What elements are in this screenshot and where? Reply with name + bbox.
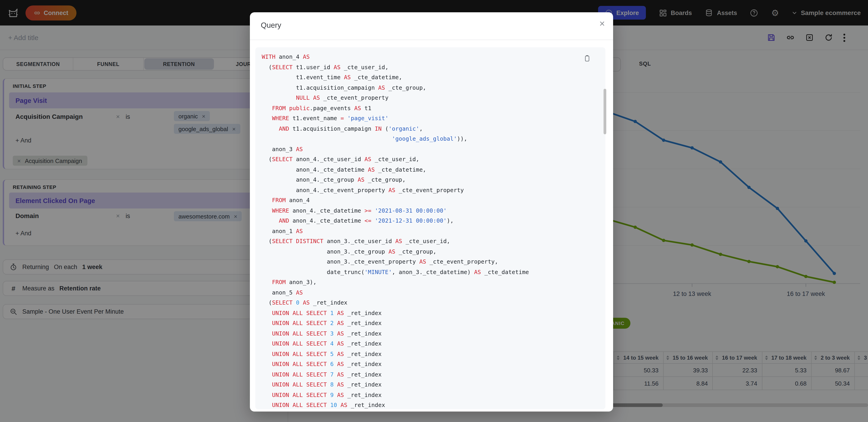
close-icon[interactable]: × xyxy=(599,19,605,28)
copy-icon[interactable] xyxy=(584,55,591,62)
sql-code: WITH anon_4 AS (SELECT t1.user_id AS _ct… xyxy=(255,47,606,409)
modal-scrollbar-thumb[interactable] xyxy=(603,89,606,134)
modal-header: Query × xyxy=(250,12,613,40)
modal-title: Query xyxy=(261,21,281,30)
sql-code-block: WITH anon_4 AS (SELECT t1.user_id AS _ct… xyxy=(255,47,606,409)
query-modal: Query × WITH anon_4 AS (SELECT t1.user_i… xyxy=(250,12,613,412)
divider xyxy=(250,40,613,40)
modal-body: WITH anon_4 AS (SELECT t1.user_id AS _ct… xyxy=(255,47,608,409)
app-root: Connect Explore Boards xyxy=(0,0,868,422)
